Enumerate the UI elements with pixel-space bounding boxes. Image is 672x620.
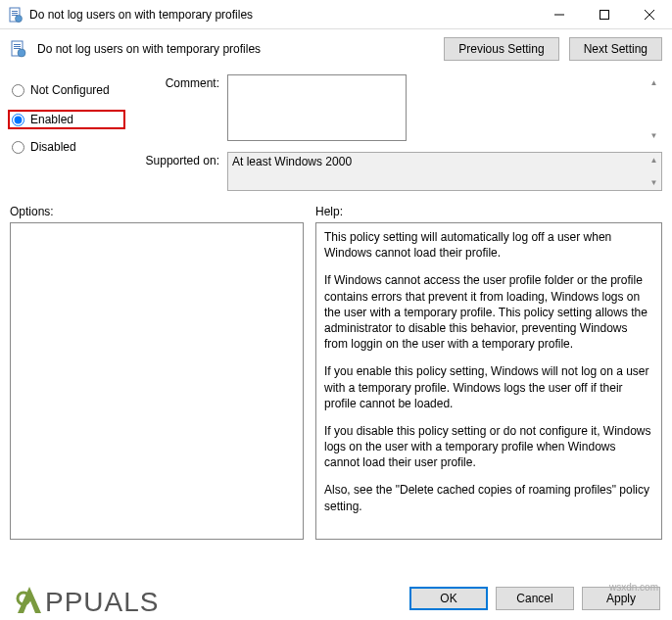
watermark-text: PPUALS	[45, 587, 160, 618]
state-radios: Not Configured Enabled Disabled	[10, 74, 125, 199]
settings-top: Not Configured Enabled Disabled Comment:…	[0, 69, 672, 199]
radio-disabled[interactable]: Disabled	[10, 139, 125, 155]
supported-label: Supported on:	[139, 152, 219, 167]
svg-point-13	[18, 49, 25, 57]
cancel-button[interactable]: Cancel	[496, 587, 574, 610]
titlebar: Do not log users on with temporary profi…	[0, 0, 672, 29]
radio-not-configured[interactable]: Not Configured	[10, 82, 125, 98]
radio-enabled[interactable]: Enabled	[10, 112, 123, 127]
radio-disabled-label: Disabled	[30, 140, 76, 154]
lower-boxes: This policy setting will automatically l…	[0, 222, 672, 540]
radio-disabled-input[interactable]	[12, 141, 24, 154]
policy-header-icon	[10, 40, 27, 58]
svg-point-4	[16, 15, 23, 22]
scroll-down-icon[interactable]: ▼	[646, 174, 662, 191]
svg-rect-12	[14, 48, 21, 49]
policy-file-icon	[8, 7, 24, 23]
fields-column: Comment: ▲ ▼ Supported on: At least Wind…	[139, 74, 662, 199]
comment-textarea[interactable]	[227, 74, 407, 141]
enabled-highlight: Enabled	[8, 110, 125, 129]
radio-not-configured-input[interactable]	[12, 84, 24, 97]
maximize-button[interactable]	[582, 0, 627, 29]
supported-on-box: At least Windows 2000	[227, 152, 662, 191]
lower-labels: Options: Help:	[0, 199, 672, 222]
help-paragraph: Also, see the "Delete cached copies of r…	[324, 482, 653, 513]
window-controls	[537, 0, 672, 29]
policy-title-text: Do not log users on with temporary profi…	[37, 42, 434, 56]
svg-rect-10	[14, 44, 21, 45]
svg-rect-2	[12, 13, 18, 14]
watermark-source: wsxdn.com	[609, 582, 658, 593]
close-button[interactable]	[627, 0, 672, 29]
radio-enabled-label: Enabled	[30, 113, 73, 126]
ok-button[interactable]: OK	[409, 587, 488, 610]
svg-rect-6	[600, 10, 609, 19]
help-panel: This policy setting will automatically l…	[315, 222, 662, 540]
watermark: PPUALS	[10, 579, 160, 618]
options-panel	[10, 222, 304, 540]
next-setting-button[interactable]: Next Setting	[569, 37, 662, 61]
svg-rect-1	[12, 11, 18, 12]
window-title: Do not log users on with temporary profi…	[29, 8, 537, 22]
supported-scroll: ▲ ▼	[646, 152, 662, 191]
scroll-up-icon[interactable]: ▲	[646, 74, 662, 91]
appuals-logo-icon	[10, 579, 49, 618]
radio-enabled-input[interactable]	[12, 114, 24, 126]
policy-header: Do not log users on with temporary profi…	[0, 29, 672, 69]
comment-scroll: ▲ ▼	[646, 74, 662, 144]
help-paragraph: If Windows cannot access the user profil…	[324, 272, 653, 352]
previous-setting-button[interactable]: Previous Setting	[444, 37, 558, 61]
help-label: Help:	[315, 205, 662, 218]
options-label: Options:	[10, 205, 315, 218]
svg-point-14	[18, 593, 29, 604]
scroll-down-icon[interactable]: ▼	[646, 127, 662, 144]
scroll-up-icon[interactable]: ▲	[646, 152, 662, 168]
radio-not-configured-label: Not Configured	[30, 83, 110, 97]
comment-label: Comment:	[139, 74, 219, 90]
svg-rect-11	[14, 46, 21, 47]
help-paragraph: This policy setting will automatically l…	[324, 229, 653, 261]
help-paragraph: If you enable this policy setting, Windo…	[324, 363, 653, 411]
minimize-button[interactable]	[537, 0, 582, 29]
help-paragraph: If you disable this policy setting or do…	[324, 423, 653, 471]
